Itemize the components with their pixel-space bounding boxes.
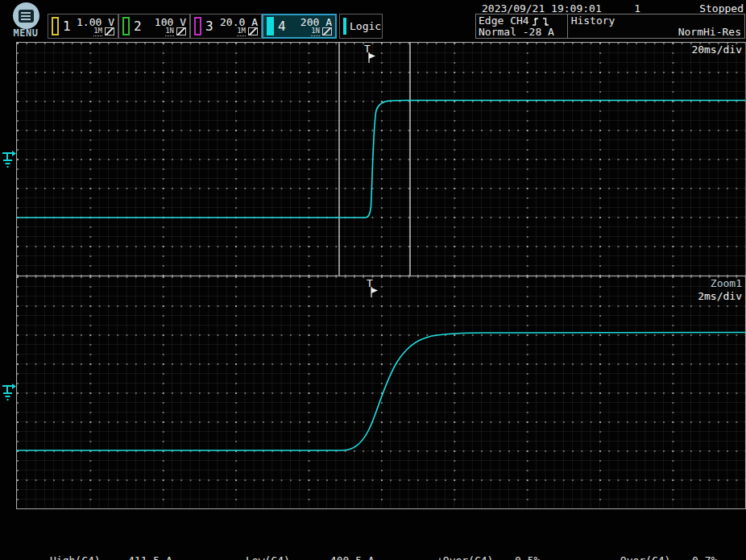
probe-icon (105, 27, 114, 35)
edge-trigger-icon (532, 16, 551, 27)
run-state: Stopped (699, 2, 744, 15)
channel-2-box[interactable]: 2 100 V 1N (118, 14, 190, 39)
trigger-info: Edge CH4 Normal -28 A (476, 15, 568, 38)
menu-icon (13, 2, 39, 29)
channel-3-box[interactable]: 3 20.0 A 1M (190, 14, 262, 39)
measurement-value: 0.5% (515, 554, 540, 560)
channel-4-box[interactable]: 4 200 A 1N (262, 14, 337, 39)
channel-2-number: 2 (134, 19, 142, 34)
acq-mode: Hi-Res (703, 26, 741, 38)
channel-3-color-swatch (194, 17, 201, 35)
channel-1-box[interactable]: 1 1.00 V 1M (48, 14, 118, 39)
svg-text:T: T (364, 43, 371, 55)
trigger-acquisition-info-box[interactable]: Edge CH4 Normal -28 A History NormHi-Res… (475, 14, 745, 39)
menu-button[interactable]: MENU (6, 2, 45, 38)
datetime: 2023/09/21 19:09:01 (482, 2, 602, 15)
menu-label: MENU (6, 27, 45, 39)
trigger-level-icon-main[interactable] (2, 149, 16, 170)
trigger-level-icon-zoom[interactable] (2, 382, 16, 403)
trigger-source: Edge CH4 (479, 15, 529, 27)
measurement-group-3: +Over(C4)0.5% (437, 533, 540, 560)
measurement-label: -Over(C4) (614, 555, 692, 560)
channel-1-coupling: 1M (93, 27, 102, 36)
ch4-waveform-zoom (17, 333, 745, 451)
measurement-group-4: -Over(C4)0.7% (614, 533, 717, 560)
channel-4-scale: 200 A (300, 17, 332, 27)
channel-4-color-swatch (267, 17, 274, 35)
probe-icon (176, 27, 186, 35)
main-timebase: 20ms/div (691, 44, 742, 56)
zoom-window-label: Zoom1 (711, 277, 742, 289)
channel-1-color-swatch (52, 17, 59, 35)
logic-color-swatch (343, 18, 346, 35)
channel-4-number: 4 (278, 19, 286, 34)
channel-1-scale: 1.00 V (77, 17, 114, 27)
channel-3-scale: 20.0 A (220, 17, 258, 27)
probe-icon (322, 27, 332, 35)
oscilloscope-screen: MENU 1 1.00 V 1M 2 100 V 1N 3 20.0 A (0, 0, 746, 560)
svg-text:T: T (367, 277, 373, 289)
measurement-label: High(C4) (50, 555, 128, 560)
channel-4-coupling: 1N (311, 27, 320, 36)
zoom-waveform-plot: T (17, 276, 745, 508)
measurement-value: -400.5 A (324, 554, 375, 560)
zoom-timebase: 2ms/div (698, 290, 742, 302)
logic-label: Logic (350, 20, 381, 32)
measurement-value: 0.7% (692, 554, 717, 560)
trigger-mode-level: Normal -28 A (479, 27, 554, 38)
trigger-position-marker[interactable]: T (364, 43, 375, 63)
channel-2-scale: 100 V (155, 17, 186, 27)
ch4-waveform-main (17, 101, 745, 218)
measurement-label: Low(C4) (246, 555, 324, 560)
measurement-group-2: Low(C4)-400.5 A Fall(C4)***** (246, 533, 375, 560)
main-waveform-window: T 20ms/div (16, 42, 746, 276)
trigger-mode: Norm (678, 26, 703, 38)
trigger-position-marker-zoom[interactable]: T (367, 277, 378, 297)
channel-2-color-swatch (122, 17, 130, 35)
channel-3-number: 3 (205, 19, 213, 34)
measurement-label: +Over(C4) (437, 555, 515, 560)
measurement-group-1: High(C4)411.5 A Rise(C4)1.62672ms (50, 533, 184, 560)
logic-box[interactable]: Logic (339, 14, 383, 39)
main-waveform-plot: T (17, 43, 745, 276)
acquisition-count: 1 (608, 2, 640, 15)
channel-1-number: 1 (63, 19, 71, 34)
probe-icon (248, 27, 258, 35)
channel-3-coupling: 1M (237, 27, 246, 36)
acquisition-info: History NormHi-Res 10 12.5MS/s (568, 15, 744, 38)
measurement-value: 411.5 A (128, 554, 172, 560)
channel-2-coupling: 1N (165, 27, 174, 36)
zoom-waveform-window: T Zoom1 2ms/div (16, 276, 746, 509)
